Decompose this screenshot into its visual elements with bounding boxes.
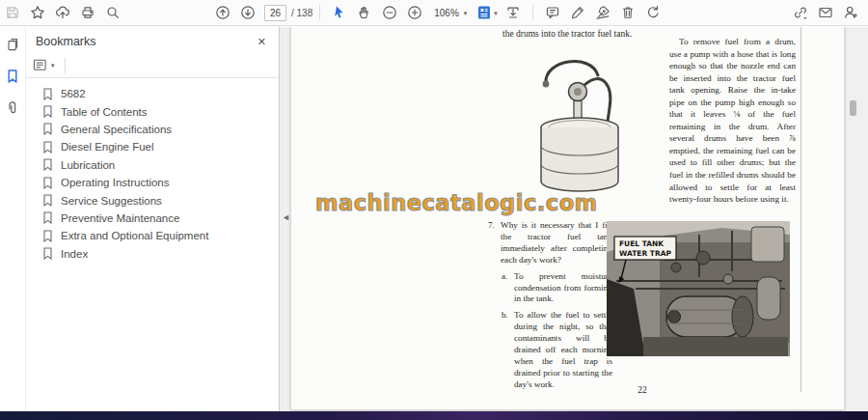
person-add-icon [846, 8, 857, 18]
vertical-scrollbar-thumb[interactable] [850, 100, 856, 116]
bookmark-label: Table of Contents [61, 106, 148, 118]
previous-page-chevron[interactable]: ◄ [282, 212, 290, 222]
select-tool-button[interactable] [327, 0, 352, 25]
page-view-dropdown[interactable]: ▾ [476, 5, 498, 20]
upload-button[interactable] [50, 0, 75, 25]
page-number-footer: 22 [488, 385, 797, 395]
question-number: 7. [488, 220, 501, 266]
answer-text: To allow the fuel to settle during the n… [514, 310, 612, 390]
favorite-button[interactable] [25, 0, 50, 25]
chevron-down-icon: ▾ [494, 10, 498, 16]
bookmark-icon [44, 89, 51, 99]
bookmark-icon [44, 124, 51, 134]
zoom-level-value: 106% [434, 8, 459, 18]
options-list-icon [34, 60, 45, 70]
bookmark-icon [9, 70, 16, 82]
pdf-toolbar: / 138 106% ▾ ▾ [0, 0, 868, 26]
save-icon [8, 8, 17, 17]
zoom-level-dropdown[interactable]: 106% ▾ [434, 8, 467, 18]
search-icon [108, 8, 118, 17]
hand-tool-button[interactable] [352, 0, 377, 25]
watermark-text: machinecatalogic.com [315, 190, 598, 215]
bookmark-label: Diesel Engine Fuel [61, 141, 154, 153]
rotate-button[interactable] [640, 0, 665, 25]
document-top-line: the drums into the tractor fuel tank. [502, 29, 632, 39]
share-link-button[interactable] [788, 0, 813, 25]
email-button[interactable] [813, 0, 838, 25]
pdf-page: the drums into the tractor fuel tank. [290, 27, 845, 410]
rotate-icon [648, 7, 658, 17]
bookmark-label: Extra and Optional Equipment [61, 230, 208, 241]
paperclip-icon [10, 102, 15, 113]
pages-icon [9, 40, 17, 50]
page-count-label: / 138 [291, 8, 312, 18]
bookmark-item[interactable]: Service Suggestions [26, 191, 279, 209]
profile-button[interactable] [838, 0, 863, 25]
drum-pump-drawing [541, 62, 618, 191]
link-icon [796, 8, 807, 19]
engine-photo: FUEL TANK WATER TRAP [607, 221, 790, 356]
bookmark-label: Operating Instructions [61, 177, 170, 188]
toolbar-separator [319, 5, 320, 20]
bookmark-item[interactable]: Operating Instructions [26, 174, 279, 191]
document-viewport[interactable]: the drums into the tractor fuel tank. [281, 27, 868, 411]
page-number-input[interactable] [264, 5, 286, 21]
bookmarks-options-button[interactable]: ▾ [33, 58, 55, 72]
save-button[interactable] [0, 0, 25, 25]
bookmark-label: Lubrication [61, 159, 115, 171]
minus-circle-icon [384, 7, 395, 18]
bookmark-item[interactable]: Index [26, 245, 279, 263]
photo-label-line2: WATER TRAP [619, 249, 671, 258]
fit-width-icon [508, 8, 518, 17]
zoom-out-button[interactable] [377, 0, 402, 25]
bookmark-icon [44, 195, 51, 206]
answer-letter: a. [502, 271, 514, 306]
pencil-icon [572, 8, 583, 18]
bookmarks-panel-button[interactable] [5, 69, 20, 88]
print-button[interactable] [75, 0, 100, 25]
bookmark-label: General Specifications [61, 124, 172, 135]
bookmark-icon [44, 231, 51, 241]
previous-page-button[interactable] [210, 0, 235, 25]
star-icon [32, 7, 43, 18]
bookmark-item[interactable]: General Specifications [26, 121, 279, 138]
hand-icon [360, 7, 367, 17]
question-text: Why is it necessary that I fill the trac… [501, 220, 612, 266]
bookmark-item[interactable]: Lubrication [26, 156, 279, 174]
bookmark-item[interactable]: Diesel Engine Fuel [26, 138, 279, 155]
bookmark-item[interactable]: Extra and Optional Equipment [26, 227, 279, 244]
page-thumbnails-button[interactable] [5, 37, 20, 56]
taskbar-edge [0, 411, 868, 420]
scan-page-edge [800, 27, 801, 392]
trash-icon [623, 8, 632, 17]
arrow-up-circle-icon [217, 7, 229, 18]
delete-button[interactable] [615, 0, 640, 25]
signature-button[interactable] [590, 0, 615, 25]
bookmark-icon [44, 178, 51, 188]
bookmark-label: Preventive Maintenance [61, 212, 179, 224]
answer-letter: b. [502, 310, 514, 390]
fit-width-button[interactable] [501, 0, 526, 25]
highlight-button[interactable] [565, 0, 590, 25]
bookmark-label: Index [61, 248, 88, 260]
bookmark-item[interactable]: Preventive Maintenance [26, 210, 279, 227]
answer-text: To prevent moisture condensation from fo… [514, 271, 612, 306]
mail-icon [820, 9, 831, 17]
bookmark-label: Service Suggestions [61, 195, 162, 207]
zoom-in-button[interactable] [402, 0, 427, 25]
bookmark-item[interactable]: 5682 [26, 85, 279, 102]
arrow-down-circle-icon [242, 7, 254, 18]
printer-icon [83, 8, 93, 17]
comment-button[interactable] [540, 0, 565, 25]
bookmarks-panel: Bookmarks ✕ ▾ 5682 Table of Contents Gen… [26, 27, 280, 411]
attachments-button[interactable] [5, 100, 20, 120]
side-tool-strip [0, 27, 26, 411]
bookmarks-list: 5682 Table of Contents General Specifica… [26, 78, 279, 263]
close-panel-button[interactable]: ✕ [258, 36, 266, 48]
engine-photo-art: FUEL TANK WATER TRAP [607, 221, 790, 356]
next-page-button[interactable] [235, 0, 260, 25]
photo-label-line1: FUEL TANK [619, 239, 665, 248]
bookmark-icon [44, 106, 51, 117]
bookmark-item[interactable]: Table of Contents [26, 102, 279, 120]
search-button[interactable] [100, 0, 125, 25]
